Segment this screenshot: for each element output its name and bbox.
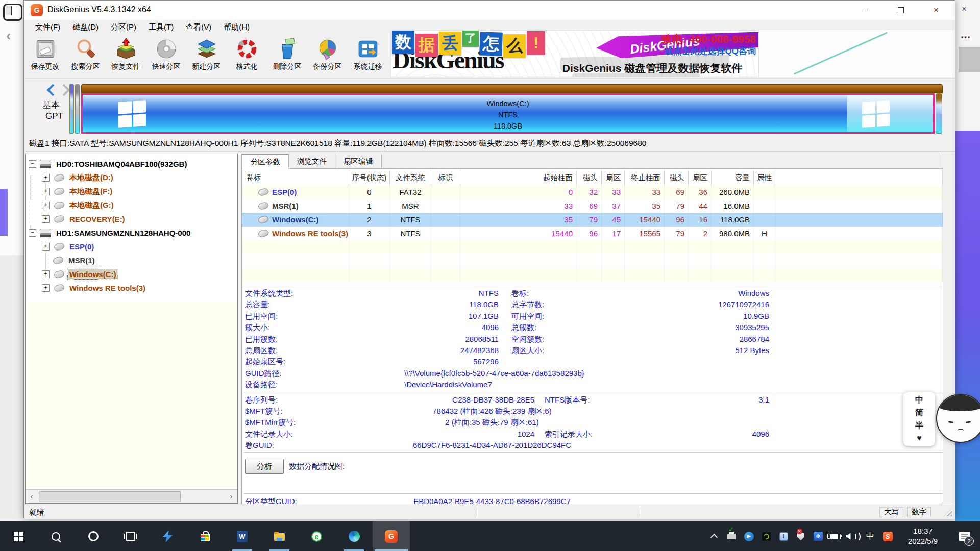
diskgenius-taskbar-button[interactable]: G <box>373 521 410 551</box>
collapse-icon[interactable]: − <box>29 229 36 237</box>
resize-grip[interactable] <box>944 508 952 516</box>
search-taskbar-button[interactable] <box>37 521 75 551</box>
column-header-2[interactable]: 文件系统 <box>390 170 431 185</box>
menu-item-2[interactable]: 分区(P) <box>105 21 142 34</box>
printer-tray-button[interactable]: ✓ <box>723 521 740 551</box>
defender-tray-button[interactable]: × <box>792 521 810 551</box>
scroll-right-icon[interactable]: › <box>225 490 237 503</box>
explorer-taskbar-button[interactable] <box>261 521 298 551</box>
browser-e-taskbar-button[interactable]: e <box>298 521 335 551</box>
menu-item-1[interactable]: 磁盘(D) <box>66 21 105 34</box>
menu-item-0[interactable]: 文件(F) <box>29 21 66 34</box>
column-header-11[interactable]: 属性 <box>754 170 775 185</box>
column-header-0[interactable]: 卷标 <box>242 170 349 185</box>
table-row-2[interactable]: Windows(C:)2NTFS357945154409616118.0GB <box>242 213 943 227</box>
freeze-tray-button[interactable]: ❄ <box>810 521 827 551</box>
esp-partition-block[interactable] <box>69 84 74 134</box>
expand-icon[interactable]: + <box>42 188 50 195</box>
expand-icon[interactable]: + <box>42 215 50 223</box>
column-header-8[interactable]: 磁头 <box>665 170 689 185</box>
menu-item-4[interactable]: 查看(V) <box>180 21 217 34</box>
column-header-7[interactable]: 终止柱面 <box>625 170 665 185</box>
notification-center-button[interactable]: 2 <box>949 521 980 551</box>
ime-item-2[interactable]: 半 <box>915 419 923 432</box>
menu-item-5[interactable]: 帮助(H) <box>217 21 256 34</box>
cortana-taskbar-button[interactable] <box>75 521 112 551</box>
battery-tray-button[interactable] <box>827 521 844 551</box>
edge-taskbar-button[interactable] <box>335 521 373 551</box>
column-header-6[interactable]: 扇区 <box>602 170 625 185</box>
maximize-button[interactable] <box>889 1 913 19</box>
expand-icon[interactable]: + <box>42 270 50 278</box>
scroll-left-icon[interactable]: ‹ <box>26 490 38 503</box>
store-taskbar-button[interactable] <box>186 521 224 551</box>
tab-1[interactable]: 浏览文件 <box>289 154 335 168</box>
column-header-3[interactable]: 标识 <box>431 170 460 185</box>
tree-item-5[interactable]: −HD1:SAMSUNGMZNLN128HAHQ-000 <box>26 226 237 240</box>
task-view-taskbar-button[interactable] <box>112 521 149 551</box>
analyze-button[interactable]: 分析 <box>245 459 284 474</box>
volume-tray-button[interactable] <box>844 521 862 551</box>
table-row-0[interactable]: ESP(0)0FAT3203233336936260.0MB <box>242 185 943 199</box>
format-button[interactable]: 格式化 <box>227 34 267 77</box>
tray-chevron-tray-button[interactable] <box>705 521 723 551</box>
input-language-indicator[interactable]: 中 <box>862 521 879 551</box>
taskbar-clock[interactable]: 18:37 2022/5/9 <box>896 521 949 551</box>
tree-item-9[interactable]: +Windows RE tools(3) <box>26 281 237 295</box>
tree-item-3[interactable]: +本地磁盘(G:) <box>26 198 237 212</box>
nvidia-tray-button[interactable] <box>757 521 775 551</box>
word-taskbar-button[interactable]: W <box>224 521 261 551</box>
tree-item-8[interactable]: +Windows(C:) <box>26 267 237 281</box>
close-button[interactable]: × <box>924 1 948 19</box>
prev-disk-icon[interactable] <box>46 84 59 96</box>
save-button[interactable]: 保存更改 <box>25 34 65 77</box>
intel-tray-button[interactable]: i <box>775 521 792 551</box>
system-migration-button[interactable]: 系统迁移 <box>348 34 388 77</box>
ad-banner[interactable]: 数据丢了怎么! DiskGenius DiskGenius 致电: 400-00… <box>390 30 759 77</box>
recover-files-button[interactable]: 恢复文件 <box>106 34 146 77</box>
expand-icon[interactable]: + <box>42 202 50 209</box>
tree-item-0[interactable]: −HD0:TOSHIBAMQ04ABF100(932GB) <box>26 157 237 171</box>
messenger-tray-button[interactable] <box>740 521 757 551</box>
column-header-10[interactable]: 容量 <box>712 170 754 185</box>
tab-2[interactable]: 扇区编辑 <box>335 154 382 168</box>
column-header-1[interactable]: 序号(状态) <box>349 170 390 185</box>
tree-item-6[interactable]: +ESP(0) <box>26 240 237 254</box>
sogou-tray-button[interactable]: S <box>879 521 896 551</box>
column-header-9[interactable]: 扇区 <box>689 170 712 185</box>
search-partition-button[interactable]: 搜索分区 <box>65 34 106 77</box>
msr-partition-block[interactable] <box>75 84 80 134</box>
tree-item-7[interactable]: MSR(1) <box>26 254 237 267</box>
quick-partition-button[interactable]: 快速分区 <box>146 34 186 77</box>
ime-mascot-face[interactable] <box>936 394 980 443</box>
menu-item-3[interactable]: 工具(T) <box>142 21 180 34</box>
scrollbar-thumb[interactable] <box>39 491 181 502</box>
ime-item-3[interactable]: ♥ <box>917 432 922 444</box>
table-row-3[interactable]: Windows RE tools(3)3NTFS1544096171556579… <box>242 227 943 240</box>
ime-status-box[interactable]: 中简半♥ <box>903 392 935 446</box>
ime-item-0[interactable]: 中 <box>915 394 923 406</box>
minimize-button[interactable] <box>853 1 877 19</box>
tree-item-2[interactable]: +本地磁盘(F:) <box>26 185 237 198</box>
column-header-5[interactable]: 磁头 <box>577 170 602 185</box>
column-header-4[interactable]: 起始柱面 <box>460 170 577 185</box>
collapse-icon[interactable]: − <box>29 160 36 168</box>
next-disk-icon[interactable] <box>58 84 70 96</box>
table-row-1[interactable]: MSR(1)1MSR33693735794416.0MB <box>242 199 943 213</box>
windows-c-partition-block[interactable]: Windows(C:) NTFS 118.0GB <box>81 93 935 134</box>
windows-re-partition-block[interactable] <box>936 93 942 134</box>
expand-icon[interactable]: + <box>42 174 50 182</box>
start-taskbar-button[interactable] <box>0 521 37 551</box>
ad-qq-link[interactable]: 或点击此处选择QQ咨询 <box>665 45 756 57</box>
bolt-app-taskbar-button[interactable] <box>149 521 186 551</box>
delete-partition-button[interactable]: 删除分区 <box>267 34 307 77</box>
expand-icon[interactable]: + <box>42 243 50 251</box>
disk-band[interactable] <box>81 84 943 93</box>
expand-icon[interactable]: + <box>42 284 50 292</box>
backup-partition-button[interactable]: 备份分区 <box>307 34 348 77</box>
new-partition-button[interactable]: 新建分区 <box>186 34 227 77</box>
tab-0[interactable]: 分区参数 <box>242 154 289 169</box>
tree-item-4[interactable]: +RECOVERY(E:) <box>26 212 237 226</box>
tree-horizontal-scrollbar[interactable]: ‹ › <box>26 489 237 503</box>
ime-item-1[interactable]: 简 <box>915 407 923 419</box>
